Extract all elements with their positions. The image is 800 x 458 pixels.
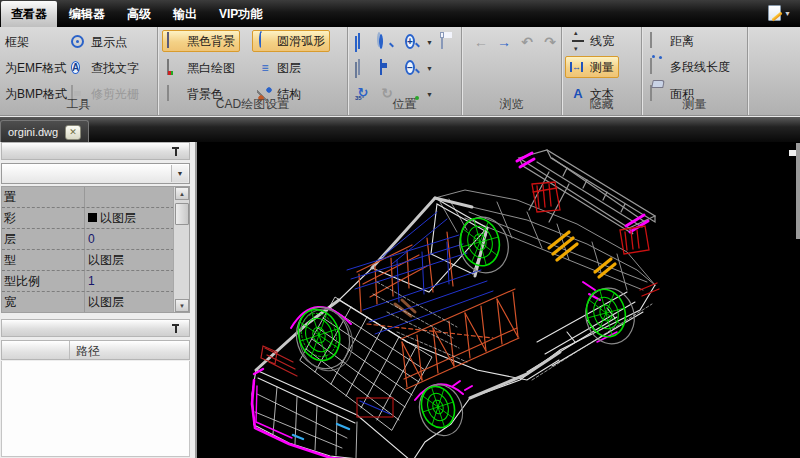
display-points-button[interactable]: 显示点: [66, 31, 132, 53]
edit-document-icon: [768, 5, 781, 21]
menu-tab-advanced[interactable]: 高级: [117, 1, 161, 27]
group-title-hide: 隐藏: [562, 96, 641, 113]
chevron-down-icon: ▼: [426, 65, 433, 72]
wing-tip-accents: [517, 153, 648, 232]
layers-label: 图层: [277, 60, 301, 77]
scroll-down-icon[interactable]: ▼: [175, 299, 189, 312]
layers-icon: ≡: [257, 60, 273, 76]
group-title-measure: 测量: [642, 96, 747, 113]
ribbon-group-tools: 框架 为EMF格式 为BMP格式 显示点 A 查找文字 修剪光栅 工具: [0, 27, 158, 115]
chevron-down-icon[interactable]: ▼: [171, 165, 188, 182]
wireframe-car-model: [197, 142, 800, 458]
find-text-button[interactable]: A 查找文字: [66, 57, 144, 79]
group-title-position: 位置: [348, 96, 461, 113]
table-row[interactable]: 层 0: [2, 229, 189, 250]
table-row[interactable]: 型 以图层: [2, 250, 189, 271]
scroll-up-icon[interactable]: ▲: [175, 187, 189, 200]
drawing-canvas[interactable]: [197, 142, 800, 458]
zoom-out-button[interactable]: − ▼: [400, 57, 438, 79]
table-row[interactable]: 彩 以图层: [2, 208, 189, 229]
distance-label: 距离: [670, 33, 694, 50]
find-text-label: 查找文字: [91, 60, 139, 77]
ribbon-group-hide: 线宽 ↔ 测量 A 文本 隐藏: [562, 27, 642, 115]
measure-toggle-button[interactable]: ↔ 测量: [565, 56, 619, 78]
copy-view-button[interactable]: [350, 31, 376, 53]
properties-table: 置 彩 以图层 层 0 型 以图层 型比例 1 宽 以图层: [1, 186, 190, 313]
copy-icon: [358, 33, 360, 49]
wheel-front-left: [289, 300, 361, 377]
edit-drawing-button[interactable]: ▼: [768, 3, 794, 23]
menu-tab-editor[interactable]: 编辑器: [59, 1, 115, 27]
scrollbar-thumb[interactable]: [175, 203, 189, 225]
undo-corner-icon: ↶: [517, 34, 537, 50]
bw-drawing-button[interactable]: 黑白绘图: [162, 57, 240, 79]
zoom-window-icon: [379, 34, 383, 49]
table-row[interactable]: 型比例 1: [2, 271, 189, 292]
zoom-extents-button[interactable]: [374, 57, 400, 79]
group-title-cad-settings: CAD绘图设置: [158, 96, 347, 113]
emf-label: 为EMF格式: [5, 60, 66, 77]
document-tab-label: orgini.dwg: [8, 126, 58, 138]
frame-button[interactable]: 框架: [0, 31, 34, 53]
emf-format-button[interactable]: 为EMF格式: [0, 57, 71, 79]
car-silver-pillars: [256, 198, 560, 398]
wheel-rear-right: [580, 283, 641, 350]
document-tab[interactable]: orgini.dwg ✕: [0, 120, 89, 143]
seat-detail: [395, 300, 415, 316]
zoom-in-icon: +: [405, 34, 415, 49]
ribbon-group-measure: 距离 多段线长度 面积 测量: [642, 27, 748, 115]
pin-icon[interactable]: [171, 146, 180, 157]
close-icon[interactable]: ✕: [65, 125, 81, 140]
pan-button[interactable]: [434, 31, 460, 53]
polyline-length-label: 多段线长度: [670, 59, 730, 76]
magenta-body-accents: [252, 282, 617, 458]
front-bumper-mesh: [255, 387, 357, 458]
path-name-column[interactable]: [2, 341, 70, 359]
path-column-label[interactable]: 路径: [76, 343, 100, 360]
paste-icon: [358, 59, 360, 75]
distance-ruler-icon: [650, 32, 652, 48]
black-background-label: 黑色背景: [187, 33, 235, 50]
cad-viewer-window: 查看器 编辑器 高级 输出 VIP功能 ▼ 框架 为EMF格式 为BMP格式 显…: [0, 0, 800, 458]
polyline-length-button[interactable]: 多段线长度: [645, 56, 735, 78]
zoom-window-button[interactable]: [374, 31, 400, 53]
chevron-down-icon: ▼: [784, 10, 791, 17]
group-title-browse: 浏览: [462, 96, 561, 113]
forward-arrow-icon: →: [494, 34, 514, 50]
smooth-arc-label: 圆滑弧形: [277, 33, 325, 50]
prop-value: 以图层: [88, 250, 124, 270]
view-redo-button: ↷: [535, 31, 565, 53]
path-table-header: 路径: [1, 340, 190, 360]
prop-name: 宽: [4, 292, 16, 312]
black-background-button[interactable]: 黑色背景: [162, 30, 240, 52]
smooth-arc-icon: [259, 31, 263, 49]
smooth-arc-button[interactable]: 圆滑弧形: [252, 30, 330, 52]
table-row[interactable]: 置: [2, 187, 189, 208]
layers-button[interactable]: ≡ 图层: [252, 57, 306, 79]
redo-corner-icon: ↷: [540, 34, 560, 50]
pin-icon[interactable]: [171, 323, 180, 334]
menu-bar: 查看器 编辑器 高级 输出 VIP功能 ▼: [0, 0, 800, 27]
zoom-in-button[interactable]: + ▼: [400, 31, 438, 53]
line-width-button[interactable]: 线宽: [565, 30, 619, 52]
display-points-label: 显示点: [91, 34, 127, 51]
table-row[interactable]: 宽 以图层: [2, 292, 189, 313]
prop-value: 以图层: [88, 208, 136, 228]
vertical-scrollbar[interactable]: ▲ ▼: [173, 187, 189, 312]
distance-button[interactable]: 距离: [645, 30, 699, 52]
display-point-icon: [71, 35, 84, 48]
zoom-out-icon: −: [405, 60, 415, 75]
black-white-icon: [167, 59, 169, 75]
prop-name: 层: [4, 229, 16, 249]
ribbon: 框架 为EMF格式 为BMP格式 显示点 A 查找文字 修剪光栅 工具 黑色背景: [0, 27, 800, 116]
object-selector-combobox[interactable]: ▼: [1, 163, 190, 184]
ribbon-group-cad-settings: 黑色背景 黑白绘图 背景色 圆滑弧形 ≡ 图层 结构 CAD绘图设置: [158, 27, 348, 115]
menu-tab-vip[interactable]: VIP功能: [209, 1, 272, 27]
paste-view-button[interactable]: [350, 57, 376, 79]
measure-icon: ↔: [570, 62, 583, 72]
path-list-area[interactable]: [1, 361, 190, 457]
prop-value: 1: [88, 271, 95, 291]
back-arrow-icon: ←: [471, 34, 491, 50]
menu-tab-output[interactable]: 输出: [163, 1, 207, 27]
menu-tab-viewer[interactable]: 查看器: [1, 1, 57, 27]
